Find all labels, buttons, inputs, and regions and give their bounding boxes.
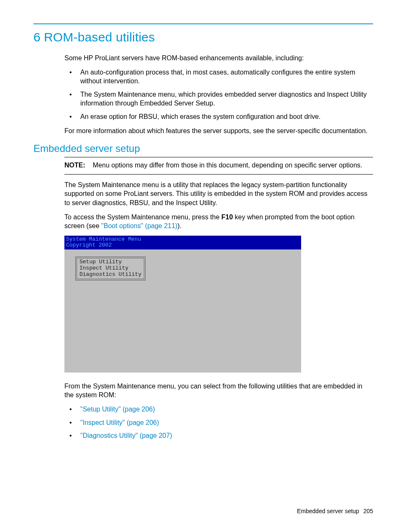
- setup-utility-link[interactable]: "Setup Utility" (page 206): [80, 406, 155, 413]
- screenshot-title-line1: System Maintenance Menu: [66, 236, 299, 242]
- menu-item: Inspect Utility: [79, 265, 141, 272]
- utilities-link-list: "Setup Utility" (page 206) "Inspect Util…: [64, 405, 373, 440]
- list-item: The System Maintenance menu, which provi…: [64, 90, 373, 108]
- menu-item: Setup Utility: [79, 259, 141, 265]
- list-item: An auto-configuration process that, in m…: [64, 68, 373, 86]
- screenshot-menu: Setup UtilityInspect UtilityDiagnostics …: [75, 257, 146, 280]
- section-para1: The System Maintenance menu is a utility…: [64, 180, 373, 208]
- note-label: NOTE:: [64, 162, 85, 169]
- list-item: "Inspect Utility" (page 206): [64, 418, 373, 427]
- inspect-utility-link[interactable]: "Inspect Utility" (page 206): [80, 419, 159, 426]
- intro-text: Some HP ProLiant servers have ROM-based …: [64, 54, 373, 63]
- screenshot-titlebar: System Maintenance Menu Copyright 2002: [64, 236, 301, 250]
- chapter-title: ROM-based utilities: [44, 30, 155, 44]
- intro-after-text: For more information about which feature…: [64, 126, 373, 136]
- note-text: Menu options may differ from those in th…: [93, 162, 363, 169]
- key-f10: F10: [221, 213, 233, 221]
- menu-item: Diagnostics Utility: [79, 272, 141, 278]
- section-para2: To access the System Maintenance menu, p…: [64, 213, 373, 231]
- page-footer: Embedded server setup205: [297, 508, 373, 514]
- section-heading: Embedded server setup: [33, 143, 373, 154]
- after-screenshot-text: From the System Maintenance menu, you ca…: [64, 382, 373, 400]
- chapter-number: 6: [33, 30, 41, 44]
- list-item: "Diagnostics Utility" (page 207): [64, 431, 373, 440]
- page-number: 205: [363, 508, 373, 514]
- chapter-heading: 6ROM-based utilities: [33, 30, 373, 44]
- para2-pre: To access the System Maintenance menu, p…: [64, 213, 221, 221]
- footer-text: Embedded server setup: [297, 508, 359, 514]
- boot-options-link[interactable]: "Boot options" (page 211): [101, 222, 177, 229]
- screenshot-title-line2: Copyright 2002: [66, 242, 299, 248]
- diagnostics-utility-link[interactable]: "Diagnostics Utility" (page 207): [80, 432, 172, 439]
- intro-bullet-list: An auto-configuration process that, in m…: [64, 68, 373, 121]
- list-item: An erase option for RBSU, which erases t…: [64, 112, 373, 121]
- top-rule: [33, 23, 373, 24]
- note-box: NOTE:Menu options may differ from those …: [64, 157, 373, 175]
- list-item: "Setup Utility" (page 206): [64, 405, 373, 414]
- para2-post: ).: [177, 222, 182, 229]
- system-maintenance-screenshot: System Maintenance Menu Copyright 2002 S…: [64, 236, 301, 373]
